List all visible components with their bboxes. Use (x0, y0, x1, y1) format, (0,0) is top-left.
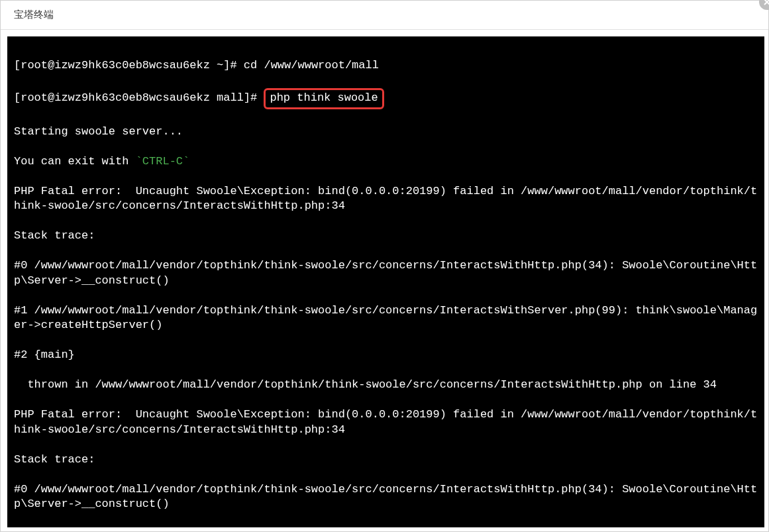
output-line: #1 /www/wwwroot/mall/vendor/topthink/thi… (14, 527, 759, 527)
terminal-output[interactable]: [root@izwz9hk63c0eb8wcsau6ekz ~]# cd /ww… (7, 36, 764, 527)
output-line: Starting swoole server... (14, 125, 759, 140)
shell-prompt: [root@izwz9hk63c0eb8wcsau6ekz ~]# (14, 59, 244, 72)
shell-command: cd /www/wwwroot/mall (244, 59, 379, 72)
output-line: PHP Fatal error: Uncaught Swoole\Excepti… (14, 407, 759, 437)
close-icon[interactable] (759, 0, 769, 10)
window-title: 宝塔终端 (14, 9, 54, 21)
shell-prompt: [root@izwz9hk63c0eb8wcsau6ekz mall]# (14, 91, 264, 104)
output-line: PHP Fatal error: Uncaught Swoole\Excepti… (14, 184, 759, 214)
output-line: #0 /www/wwwroot/mall/vendor/topthink/thi… (14, 258, 759, 288)
titlebar: 宝塔终端 (1, 1, 768, 30)
output-line: thrown in /www/wwwroot/mall/vendor/topth… (14, 378, 759, 393)
ctrl-c-hint: `CTRL-C` (136, 155, 190, 168)
output-line: Stack trace: (14, 229, 759, 244)
highlighted-command: php think swoole (264, 88, 384, 110)
output-line: #2 {main} (14, 348, 759, 363)
terminal-container: [root@izwz9hk63c0eb8wcsau6ekz ~]# cd /ww… (1, 30, 768, 531)
output-line: #1 /www/wwwroot/mall/vendor/topthink/thi… (14, 303, 759, 333)
output-line: #0 /www/wwwroot/mall/vendor/topthink/thi… (14, 482, 759, 512)
output-line: Stack trace: (14, 452, 759, 468)
terminal-window: 宝塔终端 [root@izwz9hk63c0eb8wcsau6ekz ~]# c… (0, 0, 769, 532)
output-line: You can exit with (14, 155, 136, 168)
